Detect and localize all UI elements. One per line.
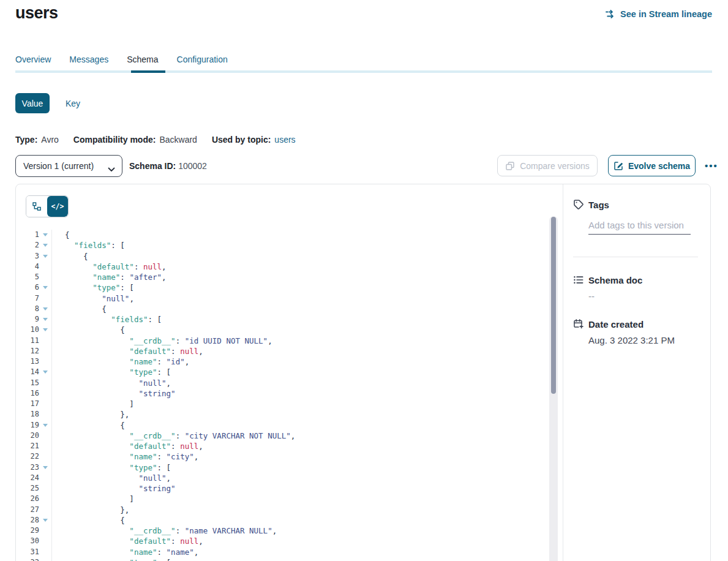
value-key-toggle: Value Key bbox=[15, 93, 80, 113]
code-text: "default": null, bbox=[52, 441, 203, 451]
schema-id-value: 100002 bbox=[178, 161, 207, 171]
schema-doc-heading: Schema doc bbox=[588, 275, 642, 285]
tab-configuration[interactable]: Configuration bbox=[177, 55, 228, 64]
schema-sidebar: Tags Schema doc -- bbox=[563, 184, 710, 561]
code-text: "name": "name", bbox=[52, 547, 198, 557]
fold-arrow-icon[interactable] bbox=[39, 371, 51, 374]
code-line: 32 "type": [ bbox=[16, 557, 549, 561]
date-created-value: Aug. 3 2022 3:21 PM bbox=[588, 335, 698, 345]
code-text: ] bbox=[52, 494, 134, 504]
line-number: 16 bbox=[16, 388, 39, 399]
schema-code-editor[interactable]: </> 1{2 "fields": [3 {4 "default": null,… bbox=[16, 184, 563, 561]
code-text: "type": [ bbox=[52, 367, 171, 377]
gutter: 5 bbox=[16, 272, 52, 282]
code-text: ] bbox=[52, 399, 134, 409]
evolve-schema-button[interactable]: Evolve schema bbox=[608, 155, 696, 176]
tab-underline-track bbox=[15, 70, 712, 73]
gutter: 10 bbox=[16, 325, 52, 335]
stream-lineage-label: See in Stream lineage bbox=[620, 9, 712, 19]
code-line: 26 ] bbox=[16, 494, 549, 504]
line-number: 5 bbox=[16, 272, 39, 282]
code-text: "fields": [ bbox=[52, 314, 162, 325]
gutter: 31 bbox=[16, 547, 52, 557]
tree-view-button[interactable] bbox=[26, 196, 47, 217]
code-line: 5 "name": "after", bbox=[16, 272, 549, 282]
code-line: 21 "default": null, bbox=[16, 441, 549, 451]
gutter: 17 bbox=[16, 399, 52, 409]
gutter: 20 bbox=[16, 431, 52, 441]
tab-schema[interactable]: Schema bbox=[127, 55, 158, 64]
more-options-button[interactable]: ••• bbox=[699, 155, 724, 176]
code-text: "__crdb__": "name VARCHAR NULL", bbox=[52, 525, 277, 536]
gutter: 27 bbox=[16, 505, 52, 515]
code-line: 24 "null", bbox=[16, 473, 549, 483]
code-line: 16 "string" bbox=[16, 388, 549, 399]
tree-view-icon bbox=[32, 202, 41, 211]
tab-bar: Overview Messages Schema Configuration bbox=[15, 55, 228, 64]
version-select-wrap: Version 1 (current) bbox=[15, 155, 122, 177]
fold-arrow-icon[interactable] bbox=[39, 286, 51, 289]
editor-scrollbar-track[interactable] bbox=[549, 216, 558, 561]
code-text: "name": "city", bbox=[52, 451, 198, 462]
gutter: 7 bbox=[16, 293, 52, 304]
gutter: 15 bbox=[16, 378, 52, 388]
fold-arrow-icon[interactable] bbox=[39, 318, 51, 321]
line-number: 18 bbox=[16, 409, 39, 420]
code-text: "__crdb__": "city VARCHAR NOT NULL", bbox=[52, 431, 295, 441]
editor-scrollbar-thumb[interactable] bbox=[551, 217, 556, 394]
code-line: 25 "string" bbox=[16, 483, 549, 494]
line-number: 2 bbox=[16, 240, 39, 250]
tags-input[interactable] bbox=[588, 218, 691, 235]
tag-icon bbox=[573, 199, 584, 210]
date-created-section: Date created Aug. 3 2022 3:21 PM bbox=[573, 318, 698, 345]
key-toggle-button[interactable]: Key bbox=[66, 99, 80, 108]
fold-arrow-icon[interactable] bbox=[39, 233, 51, 236]
tab-messages[interactable]: Messages bbox=[69, 55, 108, 64]
code-text: "name": "after", bbox=[52, 272, 167, 282]
code-text: "default": null, bbox=[52, 346, 203, 356]
fold-arrow-icon[interactable] bbox=[39, 244, 51, 247]
fold-arrow-icon[interactable] bbox=[39, 307, 51, 311]
gutter: 30 bbox=[16, 536, 52, 546]
schema-doc-heading-row: Schema doc bbox=[573, 274, 698, 285]
schema-detail-card: </> 1{2 "fields": [3 {4 "default": null,… bbox=[15, 184, 711, 561]
fold-arrow-icon[interactable] bbox=[39, 328, 51, 331]
page-title: users bbox=[15, 4, 58, 23]
value-toggle-button[interactable]: Value bbox=[15, 93, 50, 113]
line-number: 20 bbox=[16, 431, 39, 441]
code-line: 9 "fields": [ bbox=[16, 314, 549, 325]
list-icon bbox=[573, 274, 584, 285]
tab-overview[interactable]: Overview bbox=[15, 55, 51, 64]
schema-doc-section: Schema doc -- bbox=[573, 274, 698, 301]
gutter: 23 bbox=[16, 462, 52, 473]
stream-lineage-link[interactable]: See in Stream lineage bbox=[605, 9, 712, 19]
topic-link[interactable]: users bbox=[274, 135, 295, 145]
code-text: "fields": [ bbox=[52, 240, 125, 250]
compatibility-value: Backward bbox=[159, 135, 197, 145]
line-number: 7 bbox=[16, 293, 39, 304]
gutter: 22 bbox=[16, 451, 52, 462]
code-line: 31 "name": "name", bbox=[16, 547, 549, 557]
evolve-schema-label: Evolve schema bbox=[628, 161, 690, 171]
fold-arrow-icon[interactable] bbox=[39, 255, 51, 258]
code-text: }, bbox=[52, 409, 129, 420]
code-text: "string" bbox=[52, 483, 176, 494]
fold-arrow-icon[interactable] bbox=[39, 466, 51, 469]
code-view-button[interactable]: </> bbox=[47, 196, 68, 217]
gutter: 14 bbox=[16, 367, 52, 377]
fold-arrow-icon[interactable] bbox=[39, 424, 51, 427]
line-number: 14 bbox=[16, 367, 39, 377]
code-text: { bbox=[52, 325, 125, 335]
version-select[interactable]: Version 1 (current) bbox=[15, 155, 122, 177]
line-number: 9 bbox=[16, 314, 39, 325]
line-number: 17 bbox=[16, 399, 39, 409]
tags-heading-row: Tags bbox=[573, 199, 698, 210]
schema-id: Schema ID: 100002 bbox=[129, 155, 207, 177]
sidebar-divider bbox=[573, 257, 698, 257]
code-text: "default": null, bbox=[52, 536, 203, 546]
compare-versions-button[interactable]: Compare versions bbox=[497, 155, 598, 176]
code-line: 1{ bbox=[16, 230, 549, 240]
fold-arrow-icon[interactable] bbox=[39, 519, 51, 522]
line-number: 10 bbox=[16, 325, 39, 335]
code-line: 22 "name": "city", bbox=[16, 451, 549, 462]
